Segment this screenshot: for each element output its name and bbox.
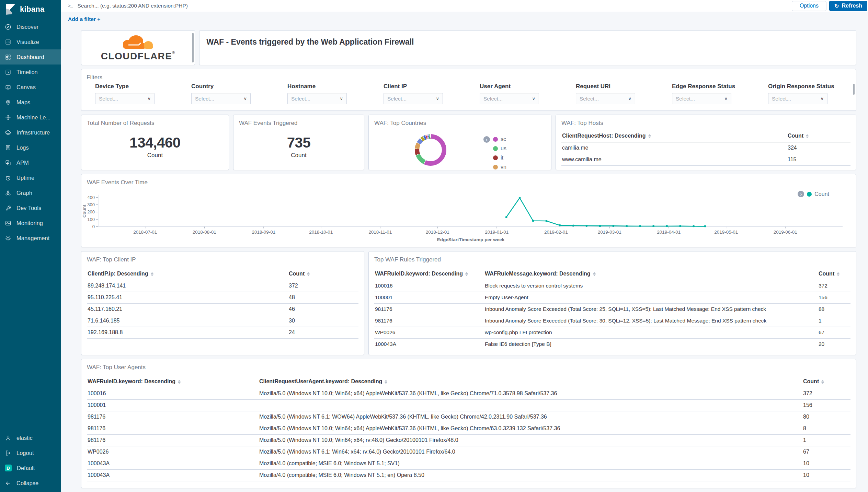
filter-field-user-agent: User AgentSelect...∨ bbox=[480, 83, 576, 104]
sidebar-item-user-elastic[interactable]: elastic bbox=[0, 430, 61, 445]
sidebar-item-label: Timelion bbox=[16, 69, 38, 75]
filter-field-client-ip: Client IPSelect...∨ bbox=[384, 83, 480, 104]
filter-select-country[interactable]: Select...∨ bbox=[191, 93, 251, 104]
chevron-down-icon: ∨ bbox=[436, 96, 439, 101]
sidebar-item-apm[interactable]: APM bbox=[0, 155, 61, 170]
sort-icon[interactable] bbox=[151, 272, 153, 276]
sidebar: kibana Discover Visualize Dashboard Time… bbox=[0, 0, 61, 492]
panel-scrollbar[interactable] bbox=[853, 84, 855, 95]
main-area: >_ Options ↻ Refresh Add a filter + bbox=[61, 0, 868, 492]
sort-icon[interactable] bbox=[806, 134, 809, 138]
column-header: ClientIP.ip: Descending bbox=[87, 268, 288, 280]
refresh-label: Refresh bbox=[842, 3, 862, 9]
sort-icon[interactable] bbox=[465, 272, 468, 276]
legend-expand-icon[interactable]: › bbox=[483, 136, 490, 143]
sidebar-item-graph[interactable]: Graph bbox=[0, 185, 61, 200]
table-cell: Empty User-Agent bbox=[484, 292, 818, 304]
table-cell: 30 bbox=[288, 315, 358, 327]
options-button[interactable]: Options bbox=[792, 1, 826, 11]
table-row: 981176Mozilla/5.0 (Windows NT 10.0; Win6… bbox=[87, 435, 850, 446]
legend-label: vn bbox=[501, 164, 506, 170]
sort-icon[interactable] bbox=[821, 380, 824, 384]
events-chart-legend: › Count bbox=[798, 191, 829, 197]
sort-icon[interactable] bbox=[178, 380, 181, 384]
sort-icon[interactable] bbox=[307, 272, 310, 276]
machine-learning-icon bbox=[5, 114, 11, 121]
filter-field-hostname: HostnameSelect...∨ bbox=[287, 83, 384, 104]
legend-item-us[interactable]: us bbox=[493, 145, 506, 152]
refresh-button[interactable]: ↻ Refresh bbox=[829, 1, 867, 11]
top-hosts-table: ClientRequestHost: Descending Count cami… bbox=[561, 130, 850, 166]
sidebar-item-label: Management bbox=[16, 235, 49, 242]
sidebar-item-dev-tools[interactable]: Dev Tools bbox=[0, 200, 61, 215]
panel-title: Filters bbox=[81, 69, 856, 81]
sort-icon[interactable] bbox=[648, 134, 651, 138]
waf-events-panel: WAF Events Triggered 735 Count bbox=[233, 115, 364, 170]
add-filter-label: Add a filter bbox=[68, 16, 96, 22]
filter-label: Request URI bbox=[576, 83, 672, 90]
table-cell: 100043A bbox=[87, 458, 259, 470]
top-countries-panel: WAF: Top Countries › scusitvn bbox=[368, 115, 551, 170]
filter-field-request-uri: Request URISelect...∨ bbox=[576, 83, 672, 104]
add-filter-link[interactable]: Add a filter + bbox=[68, 16, 100, 22]
table-row: 100016Mozilla/5.0 (Windows NT 10.0; Win6… bbox=[87, 388, 850, 400]
visualize-icon bbox=[5, 39, 11, 45]
table-cell: 1 bbox=[818, 315, 850, 327]
sort-icon[interactable] bbox=[593, 272, 596, 276]
sidebar-item-collapse[interactable]: Collapse bbox=[0, 476, 61, 491]
legend-item-vn[interactable]: vn bbox=[493, 164, 506, 170]
column-header: ClientRequestHost: Descending bbox=[561, 130, 787, 142]
sort-icon[interactable] bbox=[837, 272, 840, 276]
sidebar-item-logs[interactable]: Logs bbox=[0, 140, 61, 155]
legend-expand-icon[interactable]: › bbox=[798, 191, 804, 197]
sidebar-item-management[interactable]: Management bbox=[0, 231, 61, 246]
table-row: 45.117.160.2146 bbox=[87, 304, 358, 315]
legend-item-it[interactable]: it bbox=[493, 155, 506, 161]
sidebar-item-visualize[interactable]: Visualize bbox=[0, 34, 61, 49]
table-cell: Mozilla/5.0 (Windows NT 6.1; Win64; x64;… bbox=[259, 446, 802, 458]
filter-select-device-type[interactable]: Select...∨ bbox=[95, 93, 155, 104]
table-cell: 192.169.188.8 bbox=[87, 327, 288, 339]
svg-text:2018-11-01: 2018-11-01 bbox=[368, 230, 392, 235]
filter-select-origin-response-status[interactable]: Select...∨ bbox=[768, 93, 827, 104]
sidebar-item-label: Discover bbox=[16, 24, 38, 30]
waf-events-value: 735 bbox=[287, 134, 311, 151]
events-line-chart[interactable]: 01002003004002018-07-012018-08-012018-09… bbox=[81, 174, 856, 247]
panel-scrollbar[interactable] bbox=[192, 33, 194, 62]
filter-select-client-ip[interactable]: Select...∨ bbox=[384, 93, 443, 104]
sidebar-item-discover[interactable]: Discover bbox=[0, 19, 61, 34]
table-cell: 100043A bbox=[87, 470, 259, 481]
discover-icon bbox=[5, 24, 11, 30]
legend-label[interactable]: Count bbox=[814, 191, 829, 197]
chevron-down-icon: ∨ bbox=[628, 96, 631, 101]
sidebar-item-canvas[interactable]: Canvas bbox=[0, 80, 61, 95]
sidebar-item-maps[interactable]: Maps bbox=[0, 95, 61, 110]
filter-select-request-uri[interactable]: Select...∨ bbox=[576, 93, 635, 104]
legend-dot bbox=[807, 192, 812, 197]
legend-item-sc[interactable]: sc bbox=[493, 136, 506, 142]
sidebar-item-logout[interactable]: Logout bbox=[0, 445, 61, 460]
kibana-logo[interactable]: kibana bbox=[0, 0, 61, 19]
sidebar-item-monitoring[interactable]: Monitoring bbox=[0, 215, 61, 231]
search-input[interactable] bbox=[78, 0, 792, 12]
sidebar-item-dashboard[interactable]: Dashboard bbox=[0, 49, 61, 65]
sidebar-item-default-space[interactable]: D Default bbox=[0, 460, 61, 476]
sidebar-item-infrastructure[interactable]: Infrastructure bbox=[0, 125, 61, 140]
sidebar-item-timelion[interactable]: Timelion bbox=[0, 65, 61, 80]
total-requests-value: 134,460 bbox=[129, 134, 180, 151]
sort-icon[interactable] bbox=[385, 380, 387, 384]
dashboard-title: WAF - Events triggered by the Web Applic… bbox=[199, 31, 856, 47]
table-row: www.camilia.me115 bbox=[561, 154, 850, 166]
filter-bar: Add a filter + bbox=[61, 12, 868, 26]
cloudflare-cloud-icon bbox=[118, 34, 158, 51]
top-countries-donut-chart[interactable] bbox=[415, 134, 446, 166]
sidebar-item-machine-learning[interactable]: Machine Le... bbox=[0, 110, 61, 125]
table-cell: 100043A bbox=[374, 339, 484, 350]
table-cell: 71.6.146.185 bbox=[87, 315, 288, 327]
table-cell: 981176 bbox=[87, 411, 259, 423]
total-requests-panel: Total Number of Requests 134,460 Count bbox=[81, 115, 229, 170]
filter-select-hostname[interactable]: Select...∨ bbox=[287, 93, 347, 104]
filter-select-edge-response-status[interactable]: Select...∨ bbox=[672, 93, 731, 104]
sidebar-item-uptime[interactable]: Uptime bbox=[0, 170, 61, 185]
filter-select-user-agent[interactable]: Select...∨ bbox=[480, 93, 539, 104]
